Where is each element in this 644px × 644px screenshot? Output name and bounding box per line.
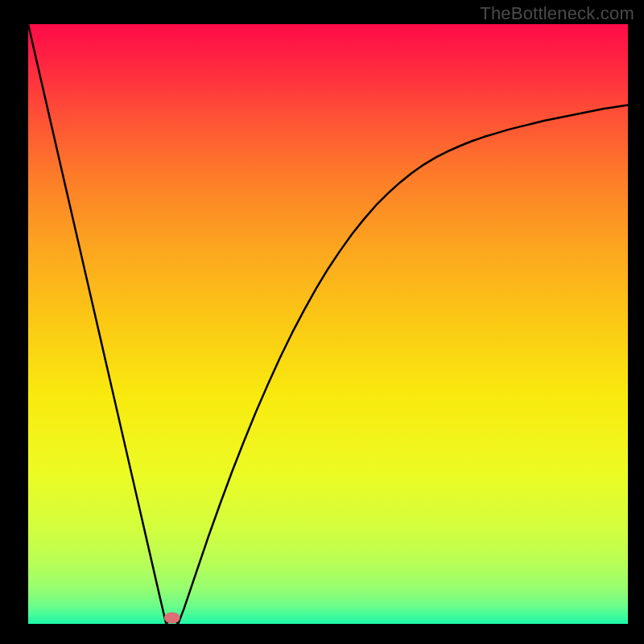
gradient-background [28,24,628,624]
watermark-text: TheBottleneck.com [480,3,634,24]
marker-dot [164,613,180,624]
chart-frame: TheBottleneck.com [0,0,644,644]
chart-svg [28,24,628,624]
plot-area [28,24,628,624]
